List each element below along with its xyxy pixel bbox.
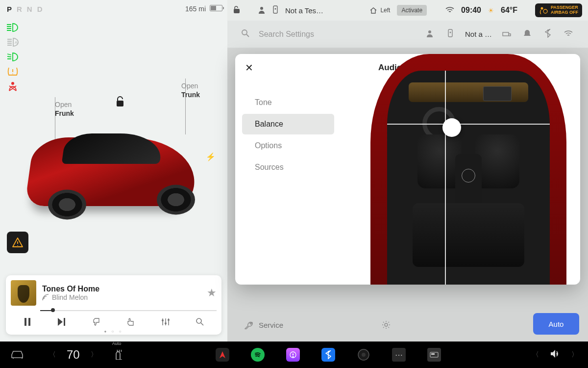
lock-icon[interactable] xyxy=(233,6,240,15)
open-trunk-button[interactable]: Open Trunk xyxy=(181,81,200,99)
sun-icon: ☀ xyxy=(488,7,494,14)
profile-name[interactable]: Not a Tes… xyxy=(285,6,323,15)
search-button[interactable] xyxy=(191,317,209,329)
bluetooth-icon[interactable] xyxy=(542,29,554,40)
headlight-icon xyxy=(6,22,20,33)
svg-point-1 xyxy=(11,82,14,85)
homelink-icon[interactable]: Left xyxy=(369,7,390,14)
thumbs-down-button[interactable] xyxy=(88,317,105,329)
media-player-card[interactable]: Tones Of Home Blind Melon ★ xyxy=(6,275,221,335)
svg-point-6 xyxy=(162,319,164,321)
svg-rect-4 xyxy=(28,318,30,326)
indicator-stack: A xyxy=(6,22,20,92)
bottom-dock: 〈 70 〉 Auto ⋯ 〈 〉 xyxy=(0,342,588,368)
tab-tone[interactable]: Tone xyxy=(242,92,334,113)
thumbs-up-button[interactable] xyxy=(122,317,140,329)
svg-rect-3 xyxy=(24,318,26,326)
temp-down-button[interactable]: 〈 xyxy=(49,350,56,359)
open-frunk-button[interactable]: Open Frunk xyxy=(55,100,74,118)
dashcam-app-icon[interactable] xyxy=(357,348,370,362)
svg-point-9 xyxy=(196,318,201,323)
settings-search-row: Search Settings Not a … xyxy=(227,21,588,48)
album-art xyxy=(11,280,36,306)
volume-up-button[interactable]: 〉 xyxy=(571,350,578,359)
brightness-slider[interactable] xyxy=(374,315,524,335)
balance-handle[interactable] xyxy=(442,118,461,137)
track-artist: Blind Melon xyxy=(42,293,201,301)
svg-text:A: A xyxy=(15,40,18,45)
podcasts-app-icon[interactable] xyxy=(286,348,300,362)
sentry-icon[interactable] xyxy=(444,29,456,40)
svg-point-19 xyxy=(449,31,451,33)
svg-point-16 xyxy=(242,30,247,35)
battery-icon xyxy=(210,5,222,11)
svg-point-8 xyxy=(168,319,170,321)
tire-pressure-icon xyxy=(6,66,20,78)
seatbelt-icon xyxy=(6,80,20,92)
range-remaining: 165 mi xyxy=(185,5,206,13)
airbag-warning: PASSENGERAIRBAG OFF xyxy=(535,3,582,17)
unlock-icon[interactable] xyxy=(116,96,125,109)
pause-button[interactable] xyxy=(19,318,36,328)
svg-point-21 xyxy=(385,323,388,326)
close-button[interactable]: ✕ xyxy=(245,62,253,74)
tow-icon[interactable] xyxy=(501,29,513,39)
charging-icon: ⚡ xyxy=(206,152,216,161)
equalizer-button[interactable] xyxy=(157,317,174,329)
auto-highbeam-icon: A xyxy=(6,36,20,48)
search-input[interactable]: Search Settings xyxy=(259,30,415,39)
svg-point-14 xyxy=(540,7,543,10)
activate-button[interactable]: Activate xyxy=(397,5,427,16)
sentry-icon[interactable] xyxy=(272,5,278,16)
seat-heater-button[interactable]: Auto xyxy=(113,348,125,362)
audio-settings-modal: Audio Settings ✕ Tone Balance Options So… xyxy=(235,54,580,285)
svg-point-15 xyxy=(543,9,547,13)
svg-point-7 xyxy=(165,322,167,324)
clock: 09:40 xyxy=(461,6,481,15)
service-nav[interactable]: Service xyxy=(237,315,369,335)
tab-options[interactable]: Options xyxy=(242,135,334,156)
svg-rect-5 xyxy=(64,318,65,326)
svg-point-25 xyxy=(362,353,366,357)
progress-bar[interactable] xyxy=(11,309,217,313)
svg-rect-2 xyxy=(117,101,123,106)
volume-down-button[interactable]: 〈 xyxy=(532,350,539,359)
svg-point-17 xyxy=(428,30,431,33)
center-origin-icon xyxy=(462,169,475,183)
tab-sources[interactable]: Sources xyxy=(242,157,334,178)
profile-icon[interactable] xyxy=(258,6,266,15)
volume-icon[interactable] xyxy=(550,349,561,360)
svg-rect-10 xyxy=(234,9,240,13)
tab-balance[interactable]: Balance xyxy=(242,114,334,134)
brightness-auto-button[interactable]: Auto xyxy=(533,313,579,335)
next-button[interactable] xyxy=(53,318,71,328)
track-title: Tones Of Home xyxy=(42,285,201,293)
wifi-icon[interactable] xyxy=(563,30,574,39)
svg-point-13 xyxy=(275,8,276,9)
svg-point-11 xyxy=(260,7,263,10)
warning-button[interactable] xyxy=(7,232,28,253)
cabin-temperature[interactable]: 70 xyxy=(67,348,80,362)
search-icon[interactable] xyxy=(241,29,250,40)
favorite-button[interactable]: ★ xyxy=(207,287,217,299)
spotify-app-icon[interactable] xyxy=(251,348,265,362)
bluetooth-app-icon[interactable] xyxy=(321,348,335,362)
balance-cabin-view[interactable] xyxy=(370,54,566,285)
more-apps-icon[interactable]: ⋯ xyxy=(392,348,406,362)
svg-rect-27 xyxy=(431,353,435,355)
profile-icon[interactable] xyxy=(424,29,436,39)
car-status-pane: P R N D 165 mi A Open Frunk Open Tru xyxy=(0,0,227,342)
profile-short[interactable]: Not a … xyxy=(465,30,492,38)
nav-app-icon[interactable] xyxy=(216,348,229,362)
status-bar: Not a Tes… Left Activate 09:40 ☀ 64°F PA… xyxy=(227,0,588,21)
cast-icon xyxy=(42,294,49,301)
fog-light-icon xyxy=(6,51,20,63)
car-visualization xyxy=(10,118,216,245)
car-menu-icon[interactable] xyxy=(10,349,24,361)
outside-temp: 64°F xyxy=(501,6,517,15)
notifications-icon[interactable] xyxy=(521,29,533,40)
wifi-icon[interactable] xyxy=(445,6,454,15)
svg-point-23 xyxy=(293,354,294,355)
radio-app-icon[interactable] xyxy=(427,348,441,362)
temp-up-button[interactable]: 〉 xyxy=(91,350,98,359)
